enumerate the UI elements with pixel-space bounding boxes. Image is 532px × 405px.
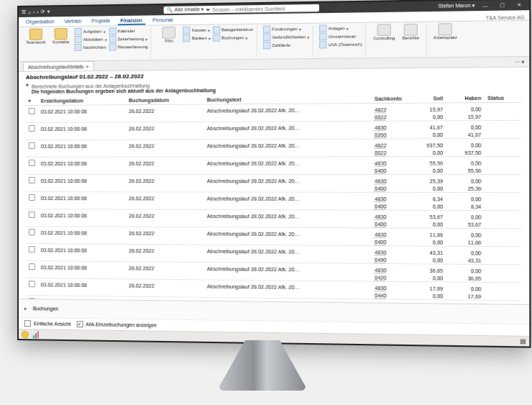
filter-icon[interactable]: ⏷	[206, 7, 211, 12]
cell-sachkonto[interactable]: 0490	[372, 257, 408, 264]
col-haben[interactable]: Haben	[446, 94, 485, 103]
forward-icon[interactable]: ›	[37, 9, 38, 14]
cell-sachkonto[interactable]: 4830	[372, 228, 408, 239]
cell-sachkonto[interactable]: 0400	[372, 203, 408, 210]
row-checkbox[interactable]	[29, 229, 35, 235]
toggle-afa-einzelbuchungen[interactable]: ✓ AfA-Einzelbuchungen anzeigen	[76, 321, 157, 329]
search-input[interactable]	[212, 5, 316, 12]
document-tab[interactable]: Abschreibungslaufdetails ×	[23, 61, 94, 71]
row-checkbox[interactable]	[29, 160, 35, 166]
ribbon-tab-finanzen[interactable]: Finanzen	[117, 17, 145, 26]
ribbon-item-nachrichten[interactable]: Nachrichten	[75, 44, 107, 52]
close-tab-icon[interactable]: ×	[86, 64, 88, 69]
search-scope[interactable]: Alle Inhalte ▾	[175, 6, 204, 13]
col-buchungstext[interactable]: Buchungstext	[204, 94, 372, 104]
user-label[interactable]: Stefan Maron ▾	[439, 3, 475, 9]
cell-sachkonto[interactable]: 0400	[372, 239, 408, 246]
ribbon-item-teamwork[interactable]: Teamwork	[24, 28, 47, 51]
close-icon[interactable]: ✕	[513, 1, 526, 9]
ribbon-item-berichte[interactable]: Berichte	[398, 24, 423, 40]
ribbon-item-verbindlichkeiten[interactable]: Verbindlichkeiten▾	[263, 33, 310, 41]
cell-sachkonto[interactable]: 0420	[372, 274, 408, 281]
col-check[interactable]: ▸	[26, 96, 38, 106]
ribbon-item-forderungen[interactable]: Forderungen▾	[263, 25, 310, 33]
row-checkbox[interactable]	[29, 263, 35, 270]
ribbon-item-kassen[interactable]: Kassen▾	[183, 27, 211, 35]
cell-sachkonto[interactable]: 0400	[372, 221, 408, 228]
dropdown-icon[interactable]: ▾	[47, 9, 50, 14]
ribbon-item-arbeitsplatz[interactable]: Arbeitsplatz	[433, 23, 457, 40]
app-window: ☰ ⌂ ‹ › ⟳ ▾ 🔍 Alle Inhalte ▾ ⏷ Stefan Ma…	[17, 0, 531, 348]
col-buchungsdatum[interactable]: Buchungsdatum	[126, 95, 204, 104]
cell-sachkonto[interactable]: 4830	[372, 246, 408, 257]
cell-sachkonto[interactable]: 0400	[372, 168, 408, 175]
cell-sachkonto[interactable]: 4830	[372, 157, 408, 168]
checkbox-icon[interactable]	[24, 320, 31, 327]
ribbon-item-umsatzsteuer[interactable]: Umsatzsteuer	[319, 32, 362, 40]
cell-sachkonto[interactable]: 0200	[372, 132, 408, 139]
row-checkbox[interactable]	[29, 281, 35, 287]
table-row[interactable]: 03.02.2021 10:00:0828.02.2022Abschreibun…	[26, 138, 522, 150]
toggle-einfache-ansicht[interactable]: Einfache Ansicht	[24, 320, 70, 327]
cell-sachkonto[interactable]: 0440	[372, 292, 408, 299]
col-soll[interactable]: Soll	[408, 94, 446, 103]
expand-icon[interactable]: ▾	[26, 82, 29, 88]
checkbox-icon[interactable]: ✓	[76, 321, 83, 327]
row-checkbox[interactable]	[29, 108, 35, 114]
ribbon-item-fibu[interactable]: Fibu	[157, 27, 181, 43]
cell-sachkonto[interactable]: 0022	[372, 114, 408, 121]
status-chart-icon[interactable]	[33, 331, 40, 338]
cell-sachkonto[interactable]: 0400	[372, 186, 408, 193]
col-sachkonto[interactable]: Sachkonto	[372, 94, 408, 103]
cell-sachkonto[interactable]: 4830	[372, 210, 408, 221]
footer-expand-icon[interactable]: ▸	[24, 306, 27, 311]
ribbon-item-kalender[interactable]: Kalender	[109, 27, 147, 35]
row-checkbox[interactable]	[29, 177, 35, 183]
col-erstellungsdatum[interactable]: Erstellungsdatum	[38, 96, 126, 105]
cell-sachkonto[interactable]: 4822	[372, 139, 408, 150]
ribbon-item-buchungen[interactable]: Buchungen▾	[213, 34, 254, 42]
cell-sachkonto[interactable]: 4830	[372, 281, 408, 292]
row-checkbox[interactable]	[29, 194, 35, 201]
ribbon-tab-personal[interactable]: Personal	[150, 17, 175, 25]
tab-overflow-icon[interactable]: ⋯ ▾	[515, 59, 525, 65]
app-menu-icon[interactable]: ☰	[22, 9, 26, 15]
ribbon-tab-vertrieb[interactable]: Vertrieb	[61, 18, 84, 26]
ribbon-item-aufgaben[interactable]: Aufgaben▾	[75, 27, 107, 35]
table-row[interactable]: 03.02.2021 10:00:0828.02.2022Abschreibun…	[26, 157, 522, 168]
search-box[interactable]: 🔍 Alle Inhalte ▾ ⏷	[163, 4, 319, 14]
ribbon-item-aktivitaeten[interactable]: Aktivitäten▾	[75, 35, 107, 43]
row-checkbox[interactable]	[29, 246, 35, 252]
table-row-secondary[interactable]: 04000,0055,56	[26, 168, 522, 175]
ribbon-item-zeiterfassung[interactable]: Zeiterfassung▾	[109, 35, 147, 43]
minimize-icon[interactable]: —	[478, 1, 492, 9]
home-icon[interactable]: ⌂	[28, 9, 31, 14]
ribbon-item-uva[interactable]: UVA (Österreich)	[319, 41, 362, 49]
ribbon-item-banken[interactable]: Banken▾	[183, 35, 211, 42]
maximize-icon[interactable]: ▢	[495, 1, 509, 9]
back-icon[interactable]: ‹	[33, 9, 35, 14]
status-menu-icon[interactable]: ▤	[520, 338, 526, 345]
row-checkbox[interactable]	[29, 142, 35, 149]
row-checkbox[interactable]	[29, 211, 35, 218]
ribbon-tab-organisation[interactable]: Organisation	[23, 18, 57, 27]
ribbon-item-kontakte[interactable]: Kontakte	[50, 28, 73, 52]
cell-sachkonto[interactable]: 4830	[372, 263, 408, 274]
ribbon-item-belegarbeitsbox[interactable]: Belegarbeitsbox	[213, 26, 254, 34]
ribbon-item-reiseerfassung[interactable]: Reiseerfassung	[109, 43, 147, 51]
cell-sachkonto[interactable]: 4830	[372, 175, 408, 186]
refresh-icon[interactable]: ⟳	[41, 9, 45, 14]
ribbon-tab-projekte[interactable]: Projekte	[88, 17, 113, 26]
cell-sachkonto[interactable]: 4822	[372, 103, 408, 114]
cell-sachkonto[interactable]: 4830	[372, 121, 408, 132]
row-checkbox[interactable]	[29, 125, 35, 132]
col-status[interactable]: Status	[485, 93, 522, 102]
cell-sachkonto[interactable]: 4830	[372, 192, 408, 203]
table-wrap[interactable]: ▸ Erstellungsdatum Buchungsdatum Buchung…	[19, 93, 529, 304]
cell-sachkonto[interactable]: 0022	[372, 150, 408, 157]
ribbon-item-zahllaeufe[interactable]: Zahlläufe	[263, 41, 310, 49]
table-row[interactable]: 03.02.2021 10:00:0828.02.2022Abschreibun…	[26, 175, 522, 186]
ribbon-item-anlagen[interactable]: Anlagen▾	[319, 24, 362, 32]
status-indicator-icon[interactable]	[22, 331, 29, 338]
ribbon-item-controlling[interactable]: Controlling	[372, 24, 396, 40]
